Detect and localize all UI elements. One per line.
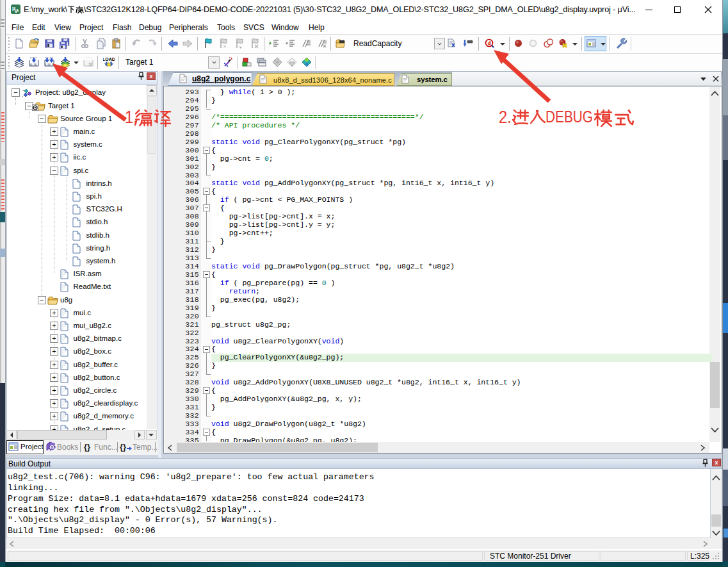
svg-text:?: ? xyxy=(51,445,53,450)
